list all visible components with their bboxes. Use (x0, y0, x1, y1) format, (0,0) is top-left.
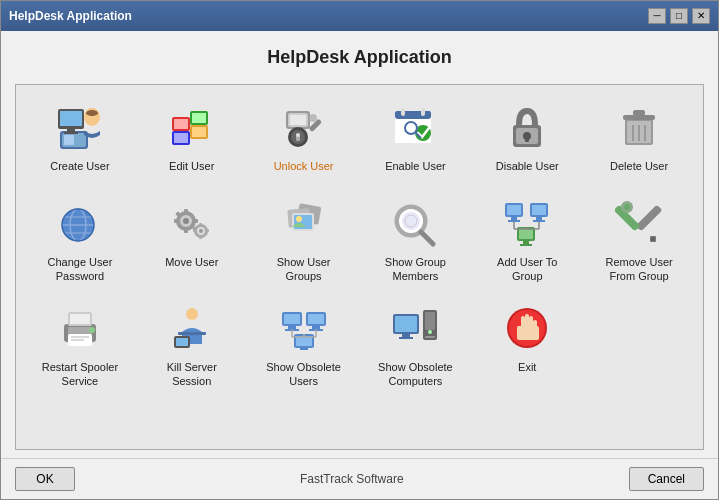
svg-rect-56 (184, 228, 188, 233)
change-password-icon (54, 197, 106, 249)
minimize-button[interactable]: ─ (648, 8, 666, 24)
svg-rect-88 (523, 241, 529, 244)
svg-rect-108 (178, 332, 206, 335)
show-user-groups-label: Show User Groups (264, 255, 344, 284)
restart-spooler-label: Restart Spooler Service (40, 360, 120, 389)
icon-item-create-user[interactable]: Create User (26, 95, 134, 185)
svg-rect-85 (533, 220, 545, 222)
cancel-button[interactable]: Cancel (629, 467, 704, 491)
svg-rect-9 (64, 132, 78, 134)
icon-item-disable-user[interactable]: Disable User (473, 95, 581, 185)
create-user-icon (54, 101, 106, 153)
icon-item-kill-server-session[interactable]: Kill Server Session (138, 296, 246, 395)
icon-item-show-obsolete-users[interactable]: Show Obsolete Users (250, 296, 358, 395)
show-group-members-icon (389, 197, 441, 249)
change-password-label: Change User Password (40, 255, 120, 284)
svg-rect-117 (312, 326, 320, 329)
svg-point-63 (199, 229, 203, 233)
create-user-label: Create User (50, 159, 109, 173)
svg-rect-31 (421, 108, 425, 116)
show-obsolete-users-icon (278, 302, 330, 354)
svg-rect-2 (64, 135, 74, 145)
svg-point-106 (89, 327, 95, 333)
icon-grid: Create User (26, 95, 693, 394)
icon-item-restart-spooler[interactable]: Restart Spooler Service (26, 296, 134, 395)
add-user-to-group-icon (501, 197, 553, 249)
svg-rect-84 (536, 217, 542, 220)
delete-user-icon (613, 101, 665, 153)
icon-item-add-user-to-group[interactable]: Add User To Group (473, 191, 581, 290)
edit-user-label: Edit User (169, 159, 214, 173)
icon-item-delete-user[interactable]: Delete User (585, 95, 693, 185)
svg-rect-38 (525, 136, 529, 142)
restart-spooler-icon (54, 302, 106, 354)
svg-rect-17 (192, 127, 206, 137)
icon-item-remove-user-from-group[interactable]: Remove User From Group (585, 191, 693, 290)
svg-rect-80 (511, 217, 517, 220)
icon-item-show-group-members[interactable]: Show Group Members (362, 191, 470, 290)
svg-rect-8 (67, 129, 75, 132)
disable-user-icon (501, 101, 553, 153)
svg-marker-95 (647, 233, 658, 244)
svg-point-26 (309, 114, 317, 122)
svg-point-132 (428, 330, 432, 334)
icon-item-enable-user[interactable]: Enable User (362, 95, 470, 185)
footer: OK FastTrack Software Cancel (1, 458, 718, 499)
disable-user-label: Disable User (496, 159, 559, 173)
window-title: HelpDesk Application (9, 9, 132, 23)
add-user-to-group-label: Add User To Group (487, 255, 567, 284)
ok-button[interactable]: OK (15, 467, 75, 491)
svg-point-98 (624, 204, 630, 210)
svg-rect-116 (308, 314, 324, 324)
brand-label: FastTrack Software (300, 472, 404, 486)
svg-rect-81 (508, 220, 520, 222)
svg-rect-29 (395, 111, 431, 119)
svg-rect-11 (174, 119, 188, 129)
icon-item-change-password[interactable]: Change User Password (26, 191, 134, 290)
svg-rect-66 (193, 229, 197, 232)
enable-user-icon (389, 101, 441, 153)
svg-rect-64 (199, 223, 202, 227)
enable-user-label: Enable User (385, 159, 446, 173)
icon-item-exit[interactable]: Exit (473, 296, 581, 395)
svg-rect-7 (60, 111, 82, 126)
window-body: HelpDesk Application (1, 31, 718, 458)
svg-rect-128 (402, 334, 410, 337)
title-bar: HelpDesk Application ─ □ ✕ (1, 1, 718, 31)
kill-server-session-label: Kill Server Session (152, 360, 232, 389)
svg-rect-112 (284, 314, 300, 324)
delete-user-label: Delete User (610, 159, 668, 173)
svg-rect-79 (507, 205, 521, 215)
svg-rect-141 (517, 326, 521, 336)
edit-user-icon (166, 101, 218, 153)
icon-item-edit-user[interactable]: Edit User (138, 95, 246, 185)
unlock-user-label: Unlock User (274, 159, 334, 173)
icon-item-show-obsolete-computers[interactable]: Show Obsolete Computers (362, 296, 470, 395)
show-user-groups-icon (278, 197, 330, 249)
icon-item-show-user-groups[interactable]: Show User Groups (250, 191, 358, 290)
kill-server-session-icon (166, 302, 218, 354)
svg-point-107 (186, 308, 198, 320)
icon-item-unlock-user[interactable]: Unlock User (250, 95, 358, 185)
svg-rect-102 (70, 314, 90, 324)
svg-rect-42 (633, 110, 645, 116)
svg-rect-131 (425, 312, 435, 330)
svg-point-72 (296, 216, 302, 222)
window-controls: ─ □ ✕ (648, 8, 710, 24)
show-group-members-label: Show Group Members (375, 255, 455, 284)
svg-rect-58 (193, 219, 198, 223)
move-user-label: Move User (165, 255, 218, 269)
maximize-button[interactable]: □ (670, 8, 688, 24)
svg-rect-89 (520, 244, 532, 246)
svg-rect-13 (192, 113, 206, 123)
remove-user-from-group-label: Remove User From Group (599, 255, 679, 284)
close-button[interactable]: ✕ (692, 8, 710, 24)
exit-label: Exit (518, 360, 536, 374)
icon-item-move-user[interactable]: Move User (138, 191, 246, 290)
svg-rect-129 (399, 337, 413, 339)
svg-rect-57 (174, 219, 179, 223)
svg-rect-65 (199, 235, 202, 239)
show-obsolete-computers-icon (389, 302, 441, 354)
svg-rect-55 (184, 209, 188, 214)
svg-rect-121 (300, 348, 308, 350)
